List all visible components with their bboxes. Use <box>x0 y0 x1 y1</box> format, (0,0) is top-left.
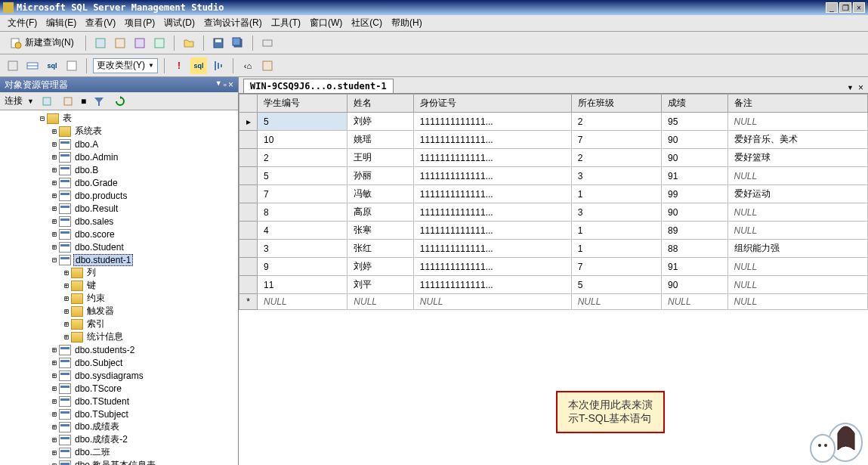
cell[interactable]: 爱好运动 <box>727 185 867 203</box>
tb2-btn-7[interactable] <box>210 57 227 74</box>
tree-node[interactable]: ⊞dbo.成绩表-2 <box>0 433 238 446</box>
cell[interactable]: NULL <box>348 294 414 310</box>
cell[interactable]: 孙丽 <box>348 167 414 185</box>
tree-node[interactable]: ⊟dbo.student-1 <box>0 253 238 266</box>
row-header[interactable] <box>239 203 258 222</box>
oe-filter-button[interactable] <box>91 93 107 110</box>
cell[interactable]: 姚瑶 <box>348 131 414 149</box>
tree-node[interactable]: ⊞dbo.students-2 <box>0 343 238 356</box>
execute-button[interactable]: ! <box>171 57 187 74</box>
tree-expander[interactable]: ⊞ <box>50 153 59 161</box>
tree-expander[interactable]: ⊟ <box>38 114 47 122</box>
cell[interactable]: 11 <box>258 276 348 294</box>
data-grid[interactable]: 学生编号姓名身份证号所在班级成绩备注▸5刘婷1111111111111...29… <box>239 94 868 310</box>
cell[interactable]: 2 <box>258 149 348 167</box>
cell[interactable]: 3 <box>571 167 661 185</box>
tree-expander[interactable]: ⊞ <box>50 358 59 367</box>
row-header[interactable] <box>239 149 258 167</box>
tb-btn-1[interactable] <box>92 35 109 51</box>
cell[interactable]: 91 <box>662 258 728 276</box>
tb-btn-3[interactable] <box>131 35 148 51</box>
tree-expander[interactable]: ⊞ <box>62 333 71 341</box>
cell[interactable]: 1111111111111... <box>413 149 571 167</box>
row-header[interactable] <box>239 240 258 258</box>
cell[interactable]: 95 <box>662 113 728 131</box>
cell[interactable]: 90 <box>662 203 728 222</box>
oe-refresh-button[interactable] <box>112 93 128 110</box>
tree-node[interactable]: ⊞列 <box>0 266 238 279</box>
tree-node[interactable]: ⊞dbo.A <box>0 138 238 150</box>
minimize-button[interactable]: _ <box>826 2 838 13</box>
tb2-btn-2[interactable] <box>24 57 41 74</box>
tree-expander[interactable]: ⊞ <box>50 461 59 465</box>
tb-btn-5[interactable] <box>259 35 276 51</box>
cell[interactable]: 4 <box>258 222 348 240</box>
cell[interactable]: NULL <box>662 294 728 310</box>
cell[interactable]: 刘婷 <box>348 113 414 131</box>
cell[interactable]: 3 <box>258 240 348 258</box>
cell[interactable]: 1 <box>571 222 661 240</box>
tree-node[interactable]: ⊞dbo.sysdiagrams <box>0 369 238 382</box>
tree-node[interactable]: ⊞dbo.TSubject <box>0 408 238 420</box>
oe-btn-1[interactable] <box>39 93 55 110</box>
row-header[interactable] <box>239 167 258 185</box>
cell[interactable]: NULL <box>727 113 867 131</box>
row-header[interactable] <box>239 276 258 294</box>
panel-pin-icon[interactable]: ▫ <box>224 79 227 90</box>
cell[interactable]: 1 <box>571 240 661 258</box>
tree-expander[interactable]: ⊞ <box>62 281 71 290</box>
tree-expander[interactable]: ⊞ <box>50 423 59 431</box>
cell[interactable]: 90 <box>662 149 728 167</box>
menu-p[interactable]: 项目(P) <box>120 15 159 31</box>
menu-r[interactable]: 查询设计器(R) <box>199 15 267 31</box>
cell[interactable]: NULL <box>727 276 867 294</box>
tree-expander[interactable]: ⊞ <box>50 448 59 457</box>
tb2-btn-9[interactable] <box>259 57 276 74</box>
cell[interactable]: 张寒 <box>348 222 414 240</box>
cell[interactable]: 89 <box>662 222 728 240</box>
cell[interactable]: 1111111111111... <box>413 203 571 222</box>
cell[interactable]: 1111111111111... <box>413 222 571 240</box>
table-row[interactable]: *NULLNULLNULLNULLNULLNULL <box>239 294 868 310</box>
cell[interactable]: 7 <box>571 258 661 276</box>
cell[interactable]: 王明 <box>348 149 414 167</box>
cell[interactable]: 爱好音乐、美术 <box>727 131 867 149</box>
cell[interactable]: NULL <box>727 203 867 222</box>
cell[interactable]: NULL <box>258 294 348 310</box>
tree-node[interactable]: ⊟表 <box>0 112 238 125</box>
close-button[interactable]: × <box>853 2 865 13</box>
tab-student-1[interactable]: WIN-9CSQ9J6...o.student-1 <box>243 79 394 93</box>
menu-c[interactable]: 社区(C) <box>347 15 387 31</box>
cell[interactable]: 1111111111111... <box>413 167 571 185</box>
cell[interactable]: 冯敏 <box>348 185 414 203</box>
cell[interactable]: 9 <box>258 258 348 276</box>
cell[interactable]: 5 <box>258 167 348 185</box>
menu-f[interactable]: 文件(F) <box>3 15 42 31</box>
cell[interactable]: 高原 <box>348 203 414 222</box>
restore-button[interactable]: ❐ <box>839 2 851 13</box>
cell[interactable]: 88 <box>662 240 728 258</box>
menu-d[interactable]: 调试(D) <box>159 15 199 31</box>
cell[interactable]: 7 <box>571 131 661 149</box>
tree-node[interactable]: ⊞dbo.score <box>0 228 238 240</box>
column-header[interactable]: 所在班级 <box>571 95 661 113</box>
cell[interactable]: 91 <box>662 167 728 185</box>
cell[interactable]: NULL <box>727 222 867 240</box>
cell[interactable]: 刘婷 <box>348 258 414 276</box>
save-all-button[interactable] <box>230 35 246 51</box>
tree-expander[interactable]: ⊞ <box>62 294 71 302</box>
table-row[interactable]: 9刘婷1111111111111...791NULL <box>239 258 868 276</box>
tree-expander[interactable]: ⊞ <box>62 307 71 315</box>
tree-expander[interactable]: ⊞ <box>62 268 71 277</box>
new-query-button[interactable]: 新建查询(N) <box>5 35 79 51</box>
tree-node[interactable]: ⊞dbo.Result <box>0 202 238 215</box>
tree-node[interactable]: ⊞dbo.教员基本信息表 <box>0 459 238 465</box>
cell[interactable]: 1111111111111... <box>413 258 571 276</box>
cell[interactable]: 7 <box>258 185 348 203</box>
tree-node[interactable]: ⊞dbo.Admin <box>0 150 238 163</box>
tree-expander[interactable]: ⊞ <box>50 140 59 148</box>
connect-label[interactable]: 连接 <box>5 95 23 107</box>
menu-h[interactable]: 帮助(H) <box>387 15 427 31</box>
table-row[interactable]: 4张寒1111111111111...189NULL <box>239 222 868 240</box>
tb2-btn-4[interactable] <box>63 57 80 74</box>
